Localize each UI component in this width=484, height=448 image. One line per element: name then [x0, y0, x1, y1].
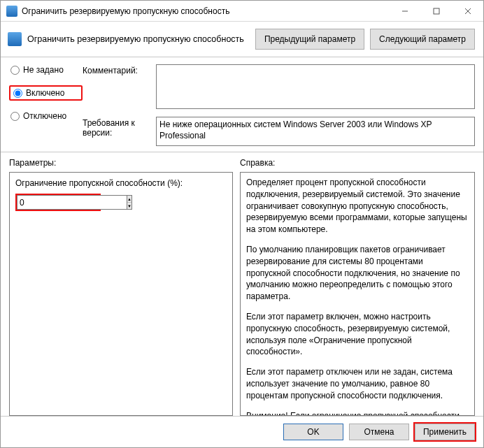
radio-not-configured-label: Не задано [23, 65, 64, 75]
titlebar: Ограничить резервируемую пропускную спос… [1, 1, 483, 22]
radio-disabled[interactable]: Отключено [9, 110, 83, 122]
minimize-button[interactable] [389, 1, 420, 22]
app-icon [6, 6, 17, 17]
bandwidth-limit-label: Ограничение пропускной способности (%): [15, 178, 227, 188]
close-button[interactable] [452, 1, 483, 22]
lower-panes: Ограничение пропускной способности (%): … [9, 172, 475, 416]
spinner-up-button[interactable]: ▲ [127, 196, 131, 203]
requirements-label: Требования к версии: [83, 117, 156, 146]
previous-setting-button[interactable]: Предыдущий параметр [255, 29, 364, 50]
bandwidth-limit-input[interactable] [17, 195, 127, 210]
spinner-buttons: ▲ ▼ [127, 195, 132, 210]
policy-icon [8, 32, 22, 46]
ok-button[interactable]: OK [283, 424, 343, 440]
state-radios: Не задано Включено Отключено [9, 64, 83, 146]
footer: OK Отмена Применить [1, 416, 483, 447]
cancel-button[interactable]: Отмена [349, 424, 409, 440]
help-paragraph: Если этот параметр включен, можно настро… [246, 311, 469, 358]
apply-button[interactable]: Применить [415, 424, 475, 440]
policy-config-section: Не задано Включено Отключено Комментарий… [1, 57, 483, 152]
radio-disabled-label: Отключено [23, 111, 66, 121]
window-title: Ограничить резервируемую пропускную спос… [22, 6, 389, 16]
help-paragraph: Внимание! Если ограничение пропускной сп… [246, 410, 469, 416]
help-pane[interactable]: Определяет процент пропускной способност… [240, 172, 475, 416]
radio-disabled-input[interactable] [10, 112, 20, 121]
svg-rect-1 [434, 8, 439, 14]
bandwidth-limit-spinner: ▲ ▼ [15, 194, 101, 211]
help-paragraph: Если этот параметр отключен или не задан… [246, 366, 469, 401]
parameters-heading: Параметры: [9, 158, 240, 168]
radio-enabled-input[interactable] [13, 89, 22, 98]
policy-metadata: Комментарий: Требования к версии: Не ниж… [83, 64, 475, 146]
comment-label: Комментарий: [83, 64, 156, 111]
header: Ограничить резервируемую пропускную спос… [1, 22, 483, 57]
maximize-button[interactable] [420, 1, 452, 22]
comment-textarea[interactable] [156, 64, 475, 109]
radio-enabled-label: Включено [26, 88, 64, 98]
spinner-down-button[interactable]: ▼ [127, 203, 131, 209]
help-paragraph: Определяет процент пропускной способност… [246, 177, 469, 236]
parameters-pane: Ограничение пропускной способности (%): … [9, 172, 233, 416]
radio-not-configured-input[interactable] [10, 66, 20, 75]
lower-section: Параметры: Справка: Ограничение пропускн… [1, 152, 483, 416]
help-heading: Справка: [240, 158, 475, 168]
next-setting-button[interactable]: Следующий параметр [370, 29, 475, 50]
header-title: Ограничить резервируемую пропускную спос… [27, 34, 250, 44]
lower-headings: Параметры: Справка: [9, 158, 475, 168]
help-paragraph: По умолчанию планировщик пакетов огранич… [246, 244, 469, 303]
requirements-row: Требования к версии: Не ниже операционны… [83, 117, 475, 146]
comment-row: Комментарий: [83, 64, 475, 111]
radio-enabled[interactable]: Включено [9, 85, 83, 101]
gpo-editor-window: Ограничить резервируемую пропускную спос… [0, 0, 484, 448]
requirements-text: Не ниже операционных систем Windows Serv… [156, 117, 475, 146]
radio-not-configured[interactable]: Не задано [9, 64, 83, 75]
